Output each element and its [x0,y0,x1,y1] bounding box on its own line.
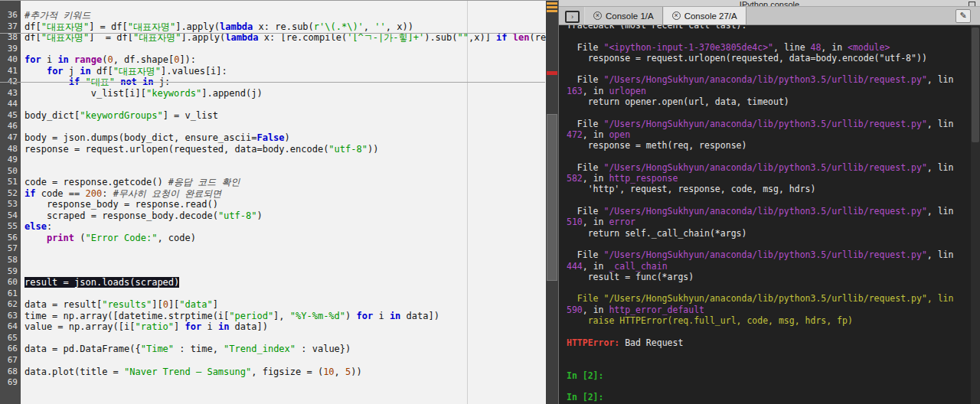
console-scrollbar[interactable] [971,25,980,404]
line-number[interactable]: 66 [0,344,21,355]
line-number[interactable]: 58 [0,255,21,266]
line-number[interactable]: 49 [0,155,21,166]
line-number[interactable]: 64 [0,321,21,333]
line-number[interactable]: 48 [0,144,21,155]
line-number[interactable]: 53 [0,199,21,210]
code-line[interactable]: data.plot(title = "Naver Trend – Samsung… [24,367,546,378]
code-line[interactable] [24,288,546,300]
code-line[interactable]: if code == 200: #무사히 요청이 완료되면 [24,188,546,200]
console-scrollbar-thumb[interactable] [972,28,979,142]
code-line[interactable] [24,255,546,266]
text-segment [69,54,74,65]
console-tab[interactable]: ×Console 1/A [584,7,663,24]
console-output[interactable]: Traceback (most recent call last): File … [559,25,971,404]
code-line[interactable]: #추가적 키워드 [24,10,546,21]
line-number[interactable]: 69 [0,377,21,389]
line-number[interactable]: 57 [0,243,21,255]
text-segment: , lin [927,206,954,217]
console-line [567,195,971,206]
pane-menu-icon[interactable] [969,2,975,7]
line-number[interactable]: 60 [0,277,21,288]
code-line[interactable]: v_list[i]["keywords"].append(j) [24,88,546,99]
browse-tabs-icon[interactable]: › [565,11,580,23]
code-line[interactable]: body_dict["keywordGroups"] = v_list [24,110,546,122]
error-flag-icon[interactable] [547,71,557,75]
line-number[interactable]: 46 [0,121,21,132]
code-line[interactable] [24,166,546,178]
text-segment: "data" [179,299,212,310]
code-line[interactable]: data = result["results"][0]["data"] [24,299,546,311]
console-line: File "/Users/HongSukhyun/anaconda/lib/py… [567,162,971,173]
code-line[interactable] [24,121,546,132]
text-segment: response = request.urlopen(requested, da… [24,144,328,155]
line-number[interactable]: 45 [0,110,21,122]
close-tab-icon[interactable]: × [672,11,681,20]
line-number[interactable]: 37 [0,21,21,33]
code-line[interactable]: else: [24,221,546,233]
line-number[interactable]: 50 [0,166,21,178]
code-line[interactable]: value = np.array([i["ratio"] for i in da… [24,321,546,333]
editor-gutter[interactable]: 3637383940414243444546474849505152535455… [0,1,21,404]
code-line[interactable] [24,333,546,344]
code-line[interactable] [24,355,546,367]
warning-flag-icon[interactable] [547,10,557,12]
text-segment: , in [583,86,609,96]
text-segment: , code) [157,233,196,243]
text-segment: ].apply( [175,21,220,32]
code-line[interactable]: for i in range(0, df.shape[0]): [24,54,546,66]
console-line: result = func(*args) [567,272,971,282]
code-line[interactable]: time = np.array([datetime.strptime(i["pe… [24,311,546,322]
console-tab[interactable]: ×Console 27/A [663,7,746,24]
line-number[interactable]: 44 [0,99,21,110]
close-tab-icon[interactable]: × [593,11,602,20]
line-number[interactable]: 56 [0,233,21,244]
code-line[interactable]: response = request.urlopen(requested, da… [24,144,546,155]
code-line[interactable]: data = pd.DataFrame({"Time" : time, "Tre… [24,344,546,355]
code-line[interactable] [24,44,546,55]
line-number[interactable]: 62 [0,299,21,311]
line-number[interactable]: 43 [0,88,21,99]
line-number[interactable]: 63 [0,311,21,322]
code-line[interactable] [24,243,546,255]
code-line[interactable]: result = json.loads(scraped) [24,277,546,288]
text-segment: "" [458,32,469,43]
code-line[interactable] [24,99,546,110]
line-number[interactable]: 67 [0,355,21,367]
line-number[interactable]: 41 [0,66,21,77]
line-number[interactable]: 52 [0,188,21,200]
code-line[interactable] [24,377,546,389]
line-number[interactable]: 61 [0,288,21,300]
line-number[interactable]: 59 [0,266,21,278]
text-segment: lambda [225,32,258,43]
code-line[interactable]: response_body = response.read() [24,199,546,210]
code-line[interactable]: df["대표자명"] = df["대표자명"].apply(lambda x: … [24,32,546,44]
line-number[interactable]: 55 [0,221,21,233]
text-segment: File [567,162,603,173]
warning-flag-icon[interactable] [547,6,557,8]
editor-scrollbar[interactable] [546,1,558,404]
editor-scrollbar-thumb[interactable] [547,114,557,281]
line-number[interactable]: 51 [0,177,21,188]
code-line[interactable]: body = json.dumps(body_dict, ensure_asci… [24,132,546,144]
line-number[interactable]: 68 [0,367,21,378]
code-line[interactable]: for j in df["대표자명"].values[i]: [24,66,546,77]
text-segment: , [335,367,345,377]
code-line[interactable]: code = response.getcode() #응답 코드 확인 [24,177,546,188]
line-number[interactable]: 36 [0,10,21,21]
line-number[interactable]: 40 [0,54,21,66]
text-segment: File [567,206,603,217]
line-number[interactable]: 39 [0,44,21,55]
line-number[interactable]: 38 [0,32,21,44]
line-number[interactable]: 65 [0,333,21,344]
line-number[interactable]: 47 [0,132,21,144]
code-line[interactable]: print ("Error Code:", code) [24,233,546,244]
warning-flag-icon[interactable] [547,2,557,5]
editor-code[interactable]: #추가적 키워드df["대표자명"] = df["대표자명"].apply(la… [21,1,546,404]
code-line[interactable]: df["대표자명"] = df["대표자명"].apply(lambda x: … [24,21,546,33]
line-number[interactable]: 54 [0,210,21,222]
code-line[interactable] [24,155,546,166]
code-line[interactable] [24,266,546,278]
code-line[interactable]: scraped = response_body.decode("utf-8") [24,210,546,222]
rename-console-icon[interactable]: ✎ [956,9,971,23]
console-line [567,326,971,337]
